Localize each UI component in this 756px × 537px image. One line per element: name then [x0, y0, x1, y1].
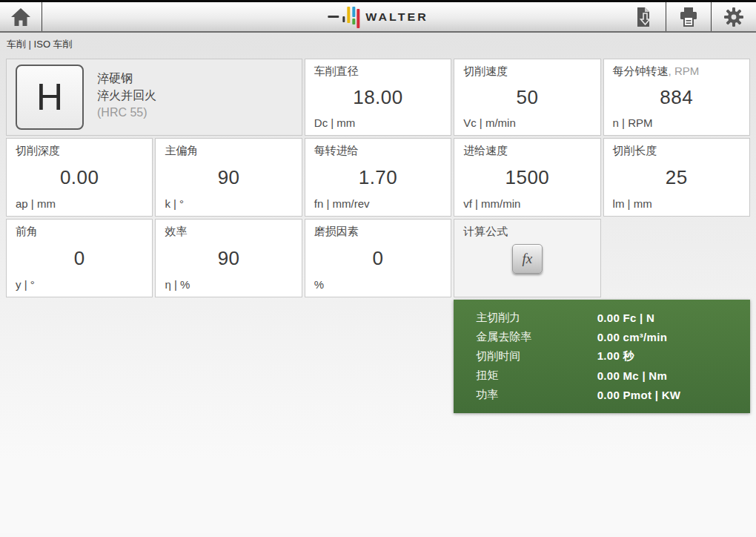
- card-unit: vf | mm/min: [463, 197, 591, 210]
- material-code-box: H: [16, 65, 84, 130]
- result-label: 主切削力: [476, 311, 597, 325]
- card-unit: η | %: [165, 278, 292, 291]
- result-label: 切削时间: [476, 349, 597, 363]
- export-document-icon: [634, 7, 652, 27]
- card-title: 切削长度: [613, 144, 740, 158]
- card-efficiency[interactable]: 效率 90 η | %: [155, 219, 302, 297]
- result-row-metal-removal-rate: 金属去除率 0.00 cm³/min: [454, 330, 750, 344]
- breadcrumb: 车削 | ISO 车削: [0, 33, 756, 56]
- result-row-cutting-time: 切削时间 1.00 秒: [454, 349, 750, 363]
- result-row-power: 功率 0.00 Pmot | KW: [454, 388, 750, 402]
- card-unit: %: [314, 278, 442, 291]
- logo-bar-stack: [352, 7, 355, 24]
- main-area: 车削 | ISO 车削 H 淬硬钢 淬火并回火 (HRC 55) 车削直径 18…: [0, 33, 756, 533]
- card-cutting-length[interactable]: 切削长度 25 lm | mm: [603, 138, 750, 217]
- card-value: 90: [165, 158, 292, 197]
- card-unit: lm | mm: [613, 197, 740, 210]
- logo-dash: [328, 16, 339, 18]
- card-cutting-speed[interactable]: 切削速度 50 Vc | m/min: [454, 59, 600, 136]
- print-button[interactable]: [666, 2, 711, 31]
- result-value: 0.00 Pmot | KW: [597, 389, 681, 401]
- result-value: 0.00 Mc | Nm: [597, 369, 668, 382]
- card-wear-factor[interactable]: 磨损因素 0 %: [305, 219, 451, 297]
- walter-logo: WALTER: [328, 7, 428, 27]
- result-value: 0.00 cm³/min: [597, 331, 667, 343]
- material-card[interactable]: H 淬硬钢 淬火并回火 (HRC 55): [6, 59, 302, 136]
- card-unit: Vc | m/min: [463, 116, 591, 129]
- settings-gear-icon: [723, 7, 744, 27]
- logo-bar-blue: [352, 7, 355, 17]
- result-value: 0.00 Fc | N: [597, 312, 655, 324]
- logo-bar-yellow: [347, 7, 350, 23]
- card-title: 计算公式: [463, 225, 591, 239]
- fx-button-wrap: fx: [463, 239, 591, 278]
- card-value: 0: [314, 239, 442, 278]
- card-unit-spacer: [463, 278, 591, 291]
- material-code: H: [36, 76, 63, 119]
- result-row-torque: 扭矩 0.00 Mc | Nm: [454, 369, 750, 383]
- card-value: 884: [613, 79, 740, 116]
- topbar-actions: [620, 2, 756, 31]
- home-icon: [10, 7, 31, 27]
- result-label: 功率: [476, 388, 597, 402]
- card-title: 每分钟转速, RPM: [613, 65, 740, 79]
- print-icon: [678, 7, 699, 27]
- card-title: 每转进给: [314, 144, 442, 158]
- result-value: 1.00 秒: [597, 349, 634, 363]
- card-unit: n | RPM: [613, 116, 740, 129]
- result-label: 金属去除率: [476, 330, 597, 344]
- card-title: 前角: [16, 225, 143, 239]
- logo-bar-red: [357, 9, 359, 28]
- top-bar: WALTER: [0, 0, 756, 33]
- result-row-main-cutting-force: 主切削力 0.00 Fc | N: [454, 311, 750, 325]
- card-unit: fn | mm/rev: [314, 197, 442, 210]
- card-unit: k | °: [165, 197, 292, 210]
- material-line2: 淬火并回火: [97, 87, 156, 104]
- card-rake-angle[interactable]: 前角 0 y | °: [6, 219, 153, 297]
- card-formula: 计算公式 fx: [454, 219, 600, 297]
- settings-button[interactable]: [711, 2, 756, 31]
- card-value: 0: [16, 239, 143, 278]
- card-value: 25: [613, 158, 740, 197]
- card-feed-per-rev[interactable]: 每转进给 1.70 fn | mm/rev: [305, 138, 451, 217]
- card-unit: ap | mm: [16, 197, 143, 210]
- card-title: 磨损因素: [314, 225, 442, 239]
- card-value: 90: [165, 239, 292, 278]
- parameter-grid: H 淬硬钢 淬火并回火 (HRC 55) 车削直径 18.00 Dc | mm …: [0, 56, 756, 413]
- result-label: 扭矩: [476, 369, 597, 383]
- results-panel: 主切削力 0.00 Fc | N 金属去除率 0.00 cm³/min 切削时间…: [454, 300, 750, 413]
- card-title: 进给速度: [463, 144, 591, 158]
- card-title: 效率: [165, 225, 292, 239]
- card-cutting-depth[interactable]: 切削深度 0.00 ap | mm: [6, 138, 153, 217]
- logo-bar-green: [352, 19, 355, 24]
- material-description: 淬硬钢 淬火并回火 (HRC 55): [97, 70, 156, 121]
- card-value: 18.00: [314, 79, 442, 116]
- card-lead-angle[interactable]: 主偏角 90 k | °: [155, 138, 302, 217]
- card-value: 50: [463, 79, 591, 116]
- card-spindle-speed[interactable]: 每分钟转速, RPM 884 n | RPM: [603, 59, 750, 136]
- card-feed-rate[interactable]: 进给速度 1500 vf | mm/min: [454, 138, 600, 217]
- card-title: 切削速度: [463, 65, 591, 79]
- card-value: 1500: [463, 158, 591, 197]
- card-value: 0.00: [16, 158, 143, 197]
- formula-fx-button[interactable]: fx: [512, 244, 543, 274]
- card-title-suffix: , RPM: [669, 65, 700, 77]
- material-hardness: (HRC 55): [97, 104, 156, 121]
- card-turning-diameter[interactable]: 车削直径 18.00 Dc | mm: [305, 59, 451, 136]
- card-title: 主偏角: [165, 144, 292, 158]
- logo-wordmark: WALTER: [365, 10, 428, 23]
- card-title: 切削深度: [16, 144, 143, 158]
- card-unit: y | °: [16, 278, 143, 291]
- material-line1: 淬硬钢: [97, 70, 156, 87]
- export-button[interactable]: [620, 2, 666, 31]
- card-value: 1.70: [314, 158, 442, 197]
- home-button[interactable]: [0, 2, 42, 31]
- card-unit: Dc | mm: [314, 116, 442, 129]
- card-title: 车削直径: [314, 65, 442, 79]
- logo-bar-dark: [342, 16, 345, 22]
